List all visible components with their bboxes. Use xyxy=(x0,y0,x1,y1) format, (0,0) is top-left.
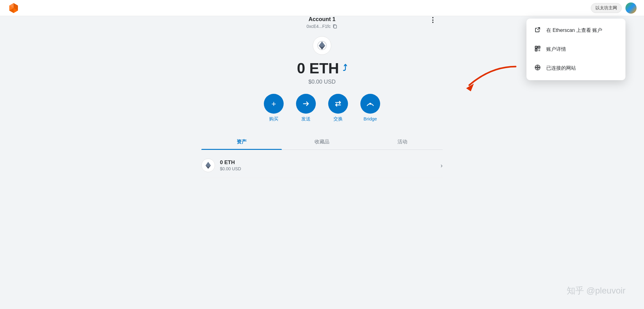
bridge-icon xyxy=(366,99,375,108)
dropdown-item-connected-sites[interactable]: 已连接的网站 xyxy=(526,59,625,78)
buy-btn-group: + 购买 xyxy=(264,94,284,122)
metamask-logo-icon xyxy=(7,2,20,14)
tab-activity[interactable]: 活动 xyxy=(362,134,443,150)
svg-rect-19 xyxy=(539,50,540,51)
account-avatar[interactable] xyxy=(625,2,637,14)
swap-button[interactable] xyxy=(328,94,348,114)
asset-item-eth[interactable]: 0 ETH $0.00 USD › xyxy=(201,153,443,178)
chart-icon[interactable]: ⤴ xyxy=(343,63,347,73)
dropdown-menu: 在 Etherscan 上查看 账户 账户详情 xyxy=(526,19,625,80)
balance-section: 0 ETH ⤴ $0.00 USD xyxy=(201,60,443,85)
eth-asset-usd: $0.00 USD xyxy=(220,166,440,171)
account-details-label: 账户详情 xyxy=(546,46,566,53)
watermark: 知乎 @pleuvoir xyxy=(567,285,625,297)
bridge-button[interactable] xyxy=(360,94,380,114)
account-address: 0xcE4...F1fc xyxy=(208,24,436,29)
connected-sites-label: 已连接的网站 xyxy=(546,65,576,72)
eth-icon-circle xyxy=(313,36,331,55)
external-link-icon xyxy=(534,27,541,34)
top-bar-right: 以太坊主网 xyxy=(591,2,637,14)
bridge-label: Bridge xyxy=(363,116,377,121)
buy-button[interactable]: + xyxy=(264,94,284,114)
eth-small-icon xyxy=(204,161,212,169)
tab-collectibles[interactable]: 收藏品 xyxy=(282,134,362,150)
svg-rect-16 xyxy=(539,50,539,50)
bridge-btn-group: Bridge xyxy=(360,94,380,122)
tab-assets[interactable]: 资产 xyxy=(201,134,282,150)
balance-usd: $0.00 USD xyxy=(201,79,443,85)
swap-icon xyxy=(334,99,342,108)
qr-code-icon xyxy=(534,46,541,53)
wallet-container: Account 1 0xcE4...F1fc ⋮ xyxy=(201,16,443,178)
arrow-right-icon xyxy=(302,99,310,108)
swap-label: 交换 xyxy=(333,116,343,122)
etherscan-label: 在 Etherscan 上查看 账户 xyxy=(546,27,602,34)
eth-icon-wrapper xyxy=(201,36,443,55)
top-bar: 以太坊主网 xyxy=(0,0,644,16)
svg-point-9 xyxy=(369,103,371,105)
buy-label: 购买 xyxy=(269,116,278,122)
tabs: 资产 收藏品 活动 xyxy=(201,134,443,150)
address-text: 0xcE4...F1fc xyxy=(307,24,331,29)
asset-chevron-icon: › xyxy=(440,162,443,169)
send-label: 发送 xyxy=(301,116,311,122)
svg-rect-14 xyxy=(539,47,539,48)
action-buttons: + 购买 发送 交换 xyxy=(201,94,443,122)
eth-asset-icon xyxy=(201,159,215,172)
balance-eth: 0 ETH ⤴ xyxy=(201,60,443,77)
network-badge[interactable]: 以太坊主网 xyxy=(591,3,622,13)
plus-icon: + xyxy=(271,99,276,109)
three-dots-menu-button[interactable]: ⋮ xyxy=(429,16,436,24)
eth-diamond-icon xyxy=(317,41,327,50)
asset-list: 0 ETH $0.00 USD › xyxy=(201,153,443,178)
swap-btn-group: 交换 xyxy=(328,94,348,122)
connected-sites-icon xyxy=(534,64,541,72)
send-button[interactable] xyxy=(296,94,316,114)
send-btn-group: 发送 xyxy=(296,94,316,122)
dropdown-item-account-details[interactable]: 账户详情 xyxy=(526,40,625,59)
account-name: Account 1 xyxy=(208,16,436,23)
eth-asset-name: 0 ETH xyxy=(220,159,440,166)
account-header: Account 1 0xcE4...F1fc ⋮ xyxy=(201,16,443,29)
eth-asset-info: 0 ETH $0.00 USD xyxy=(220,159,440,171)
svg-rect-17 xyxy=(539,50,540,50)
svg-rect-7 xyxy=(334,25,337,28)
copy-icon[interactable] xyxy=(333,24,337,29)
svg-rect-13 xyxy=(536,47,537,48)
balance-eth-value: 0 ETH xyxy=(297,60,339,77)
svg-rect-15 xyxy=(536,50,537,50)
dropdown-item-etherscan[interactable]: 在 Etherscan 上查看 账户 xyxy=(526,21,625,40)
svg-rect-18 xyxy=(539,50,539,51)
top-bar-left xyxy=(7,2,20,14)
